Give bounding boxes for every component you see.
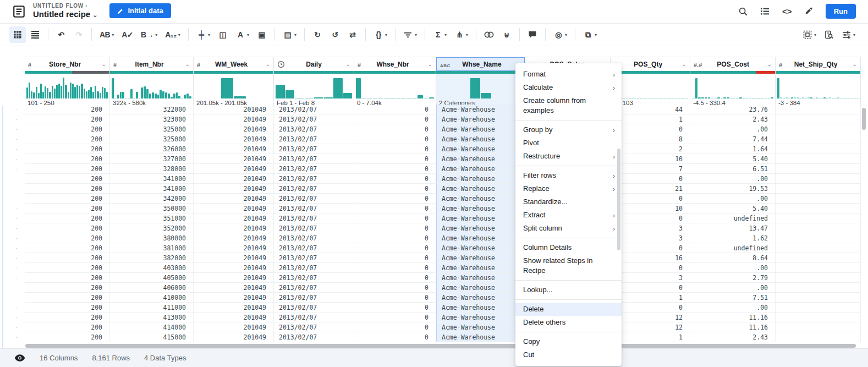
histogram-whse_nbr[interactable] [354,74,436,98]
cell-pos_qty[interactable]: 0 [611,213,690,223]
cell-item_nbr[interactable]: 381000 [110,243,194,253]
cell-item_nbr[interactable]: 325000 [110,124,194,134]
cell-store_nbr[interactable]: 200 [25,233,110,243]
cell-pos_qty[interactable]: 44 [611,105,690,114]
histogram-pos_cost[interactable] [690,74,775,98]
cell-whse_name[interactable]: Acme·Warehouse [436,273,525,283]
cell-pos_cost[interactable]: 23.76 [690,105,776,114]
data-quality-bar-net_ship_qty[interactable] [776,71,860,74]
manage-columns-button[interactable]: ▤▾ [279,26,300,43]
cell-whse_nbr[interactable]: 0 [354,134,436,144]
cell-daily[interactable]: 2013/02/07 [274,164,354,174]
cell-whse_nbr[interactable]: 0 [354,144,436,154]
cell-store_nbr[interactable]: 200 [25,174,110,184]
column-header-pos_cost[interactable]: #.#POS_Cost⌄ [690,57,775,71]
cell-pos_cost[interactable]: 5.40 [690,154,776,164]
macro-button[interactable]: ⧉▾ [580,26,600,43]
breadcrumb[interactable]: UNTITLED FLOW› [33,3,97,9]
cell-item_nbr[interactable]: 325000 [110,134,194,144]
cell-net_ship_qty[interactable] [776,114,861,124]
row-marker[interactable]: · [0,293,25,303]
cell-net_ship_qty[interactable] [776,213,861,223]
cell-pos_cost[interactable]: 19.53 [690,184,776,194]
cell-pos_cost[interactable]: .00 [690,303,776,313]
cell-pos_qty[interactable]: 0 [611,283,690,293]
cell-store_nbr[interactable]: 200 [25,263,110,273]
cell-wm_week[interactable]: 201049 [194,204,274,213]
merge-columns-button[interactable]: ◫ [215,26,231,43]
row-marker[interactable]: · [0,124,25,134]
cell-pos_qty[interactable]: 1 [611,332,690,342]
cell-item_nbr[interactable]: 415000 [110,332,194,342]
cell-item_nbr[interactable]: 327000 [110,154,194,164]
cell-net_ship_qty[interactable] [776,243,861,253]
cell-store_nbr[interactable]: 200 [25,293,110,303]
cell-daily[interactable]: 2013/02/07 [274,313,354,322]
cell-whse_name[interactable]: Acme·Warehouse [436,253,525,263]
cell-pos_qty[interactable]: 1 [611,114,690,124]
cell-whse_name[interactable]: Acme·Warehouse [436,303,525,313]
cell-item_nbr[interactable]: 405000 [110,273,194,283]
cell-daily[interactable]: 2013/02/07 [274,114,354,124]
view-options-button[interactable]: ▾ [838,26,859,43]
cell-net_ship_qty[interactable] [776,223,861,233]
cell-daily[interactable]: 2013/02/07 [274,223,354,233]
menu-item-extract[interactable]: Extract› [515,209,622,222]
pivot-data-button[interactable]: ↻ [309,26,326,43]
menu-item-create-column-from-examples[interactable]: Create column from examples [515,94,622,117]
menu-item-cut[interactable]: Cut [515,348,622,361]
cell-wm_week[interactable]: 201049 [194,273,274,283]
cell-item_nbr[interactable]: 410000 [110,293,194,303]
cell-store_nbr[interactable]: 200 [25,164,110,174]
cell-daily[interactable]: 2013/02/07 [274,144,354,154]
row-marker[interactable]: · [0,134,25,144]
row-marker[interactable]: · [0,105,25,114]
code-view-button[interactable]: <> [782,6,793,17]
horizontal-scrollbar[interactable] [25,344,856,348]
row-marker[interactable]: · [0,313,25,322]
cell-item_nbr[interactable]: 382000 [110,253,194,263]
cell-pos_qty[interactable]: 7 [611,164,690,174]
cell-wm_week[interactable]: 201049 [194,213,274,223]
cell-whse_name[interactable]: Acme·Warehouse [436,154,525,164]
cell-wm_week[interactable]: 201049 [194,293,274,303]
cell-pos_cost[interactable]: 2.79 [690,273,776,283]
cell-whse_nbr[interactable]: 0 [354,243,436,253]
cell-pos_cost[interactable]: 8.64 [690,253,776,263]
cell-whse_nbr[interactable]: 0 [354,233,436,243]
cell-wm_week[interactable]: 201049 [194,114,274,124]
cell-wm_week[interactable]: 201049 [194,164,274,174]
histogram-whse_name[interactable] [436,74,525,98]
cell-wm_week[interactable]: 201049 [194,322,274,332]
cell-wm_week[interactable]: 201049 [194,243,274,253]
cell-item_nbr[interactable]: 413000 [110,313,194,322]
cell-pos_cost[interactable]: .00 [690,194,776,204]
histogram-daily[interactable] [274,74,354,98]
row-marker[interactable]: · [0,223,25,233]
cell-pos_qty[interactable]: 0 [611,243,690,253]
data-quality-bar-wm_week[interactable] [194,71,273,74]
cell-net_ship_qty[interactable] [776,293,861,303]
column-header-whse_name[interactable]: ABCWhse_Name⌄ [436,57,525,71]
cell-wm_week[interactable]: 201049 [194,124,274,134]
row-marker[interactable]: · [0,233,25,243]
cell-whse_name[interactable]: Acme·Warehouse [436,204,525,213]
cell-net_ship_qty[interactable] [776,184,861,194]
cell-whse_name[interactable]: Acme·Warehouse [436,194,525,204]
menu-item-lookup[interactable]: Lookup... [515,283,622,297]
recipe-steps-button[interactable] [760,6,771,17]
cell-net_ship_qty[interactable] [776,194,861,204]
cell-net_ship_qty[interactable] [776,124,861,134]
cell-item_nbr[interactable]: 351000 [110,213,194,223]
find-column-button[interactable] [821,26,837,43]
cell-pos_cost[interactable]: 1.64 [690,144,776,154]
cell-item_nbr[interactable]: 323000 [110,114,194,124]
cell-wm_week[interactable]: 201049 [194,253,274,263]
row-marker[interactable]: · [0,303,25,313]
cell-wm_week[interactable]: 201049 [194,223,274,233]
cell-whse_name[interactable]: Acme·Warehouse [436,134,525,144]
cell-whse_nbr[interactable]: 0 [354,322,436,332]
cell-whse_nbr[interactable]: 0 [354,273,436,283]
search-button[interactable] [738,6,749,17]
cell-whse_nbr[interactable]: 0 [354,174,436,184]
